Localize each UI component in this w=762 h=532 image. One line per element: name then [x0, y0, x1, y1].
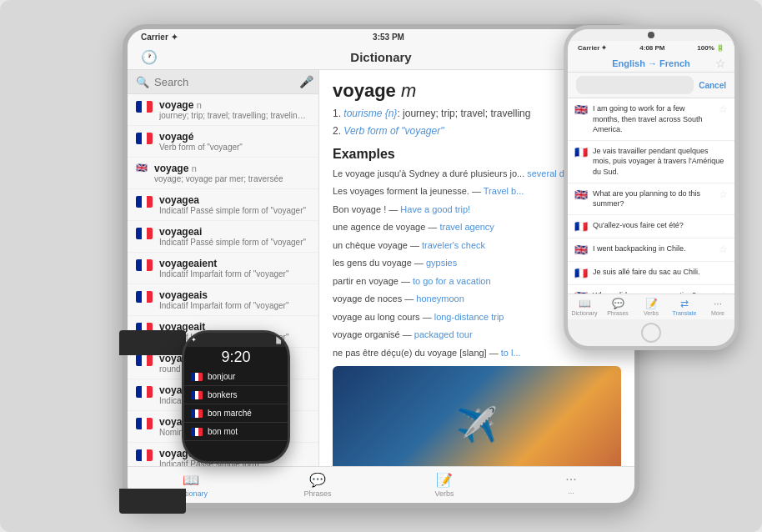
iphone-tab-translate-label: Translate: [673, 310, 697, 316]
watch-item-3[interactable]: bon marché: [184, 404, 288, 423]
word-main-2: voyage n: [154, 163, 310, 174]
iphone-dictionary-icon: 📖: [579, 298, 591, 309]
word-flag-3: [136, 196, 153, 208]
word-main-1: voyagé: [159, 131, 310, 143]
clock-icon[interactable]: 🕐: [141, 49, 158, 65]
word-text-2: voyage n voyage; voyage par mer; travers…: [154, 163, 310, 183]
word-list-item-0[interactable]: voyage n journey; trip; travel; travelli…: [128, 94, 318, 126]
iphone-home-button[interactable]: [641, 323, 661, 343]
conv-flag-2: 🇫🇷: [574, 146, 588, 158]
verbs-icon: 📝: [436, 472, 453, 488]
iphone-search-bar: Cancel: [568, 73, 734, 98]
conv-text-6: Je suis allé faire du sac au Chili.: [593, 267, 728, 278]
conv-text-1: I am going to work for a few months, the…: [593, 103, 714, 135]
word-main-0: voyage n: [159, 99, 310, 111]
more-icon: ···: [565, 472, 576, 487]
conv-star-5[interactable]: ☆: [719, 243, 728, 255]
search-input[interactable]: [154, 76, 294, 88]
conv-item-3[interactable]: 🇬🇧 What are you planning to do this summ…: [568, 183, 734, 215]
search-bar: 🔍 🎤: [128, 70, 318, 94]
word-text-0: voyage n journey; trip; travel; travelli…: [159, 99, 310, 120]
iphone-phrases-icon: 💬: [612, 298, 624, 309]
word-sub-2: voyage; voyage par mer; traversée: [154, 174, 310, 183]
tab-more-label: ···: [568, 489, 574, 497]
conv-item-4[interactable]: 🇫🇷 Qu'allez-vous faire cet été?: [568, 215, 734, 238]
iphone-search-input[interactable]: [576, 76, 694, 94]
iphone-tab-dictionary[interactable]: 📖 Dictionary: [568, 294, 601, 319]
word-list-item-6[interactable]: voyageais Indicatif Imparfait form of "v…: [128, 284, 318, 316]
word-main-3: voyagea: [159, 194, 310, 206]
word-text-1: voyagé Verb form of "voyager": [159, 131, 310, 152]
conv-item-1[interactable]: 🇬🇧 I am going to work for a few months, …: [568, 98, 734, 141]
watch-time: 9:20: [184, 347, 288, 368]
watch-flag-1: [191, 373, 203, 381]
conv-star-3[interactable]: ☆: [719, 188, 728, 200]
word-flag-2: 🇬🇧: [136, 163, 148, 173]
conv-item-2[interactable]: 🇫🇷 Je vais travailler pendant quelques m…: [568, 141, 734, 183]
conv-text-3: What are you planning to do this summer?: [593, 188, 714, 209]
iphone-translate-icon: ⇄: [680, 298, 689, 309]
word-list-item-2[interactable]: 🇬🇧 voyage n voyage; voyage par mer; trav…: [128, 158, 318, 189]
word-flag-1: [136, 133, 153, 144]
word-flag-4: [136, 228, 153, 239]
iphone-tab-verbs[interactable]: 📝 Verbs: [634, 294, 668, 319]
word-list-item-4[interactable]: voyageai Indicatif Passé simple form of …: [128, 221, 318, 253]
iphone-nav-title: English → French: [612, 58, 690, 68]
iphone-conversation-list: 🇬🇧 I am going to work for a few months, …: [568, 98, 734, 294]
watch-carrier: ✦: [191, 336, 197, 344]
word-flag-0: [136, 101, 153, 113]
watch-battery: ▓: [276, 336, 281, 344]
word-list-item-1[interactable]: voyagé Verb form of "voyager": [128, 126, 318, 158]
watch-flag-3: [191, 409, 203, 418]
tab-phrases[interactable]: 💬 Phrases: [254, 467, 381, 503]
conv-item-5[interactable]: 🇬🇧 I went backpacking in Chile. ☆: [568, 238, 734, 262]
iphone-tab-dict-label: Dictionary: [571, 310, 597, 316]
iphone-battery: 100% 🔋: [697, 44, 724, 52]
iphone-tab-translate[interactable]: ⇄ Translate: [668, 294, 701, 319]
word-sub-1: Verb form of "voyager": [159, 143, 310, 152]
iphone-status-bar: Carrier ✦ 4:08 PM 100% 🔋: [568, 41, 734, 55]
conv-flag-5: 🇬🇧: [574, 243, 588, 256]
conv-item-6[interactable]: 🇫🇷 Je suis allé faire du sac au Chili.: [568, 262, 734, 285]
watch-word-3: bon marché: [208, 409, 252, 418]
watch-flag-4: [191, 428, 203, 436]
word-flag-6: [136, 291, 153, 303]
tab-more[interactable]: ··· ···: [508, 467, 634, 503]
scene: Carrier ✦ 3:53 PM 100% 🕐 Dictionary ♥ 🔍 …: [0, 0, 762, 532]
watch-wrapper: ✦ ▓ 9:20 bonjour bonkers bon marché: [98, 330, 207, 514]
tab-verbs[interactable]: 📝 Verbs: [381, 467, 508, 503]
iphone-tab-phrases[interactable]: 💬 Phrases: [601, 294, 634, 319]
watch-item-4[interactable]: bon mot: [184, 423, 288, 441]
word-sub-5: Indicatif Imparfait form of "voyager": [159, 269, 310, 279]
word-list-item-3[interactable]: voyagea Indicatif Passé simple form of "…: [128, 189, 318, 221]
conv-flag-1: 🇬🇧: [574, 103, 588, 116]
watch-item-1[interactable]: bonjour: [184, 368, 288, 386]
conv-star-1[interactable]: ☆: [719, 103, 728, 115]
conv-item-7[interactable]: 🇬🇧 Where did you go on vacation? ☆: [568, 285, 734, 294]
ipad-nav-bar: 🕐 Dictionary ♥: [128, 45, 634, 70]
iphone-tab-more[interactable]: ··· More: [701, 294, 734, 319]
word-main-4: voyageai: [159, 226, 310, 238]
iphone-tab-bar: 📖 Dictionary 💬 Phrases 📝 Verbs ⇄ Transla…: [568, 294, 734, 319]
word-main-6: voyageais: [159, 289, 310, 301]
iphone-cancel-button[interactable]: Cancel: [699, 81, 726, 90]
camera-dot: [648, 32, 654, 38]
iphone-nav-bar: English → French ☆: [568, 55, 734, 73]
watch-word-1: bonjour: [208, 372, 235, 381]
search-icon: 🔍: [136, 76, 149, 88]
word-sub-6: Indicatif Imparfait form of "voyager": [159, 301, 310, 310]
conv-text-4: Qu'allez-vous faire cet été?: [593, 220, 728, 231]
conv-flag-3: 🇬🇧: [574, 188, 588, 201]
word-list-item-5[interactable]: voyageaient Indicatif Imparfait form of …: [128, 253, 318, 284]
iphone-camera: [568, 29, 734, 41]
mic-icon[interactable]: 🎤: [299, 75, 313, 88]
iphone-time: 4:08 PM: [639, 44, 664, 52]
watch-status-bar: ✦ ▓: [184, 333, 288, 347]
iphone-carrier: Carrier ✦: [578, 44, 607, 52]
tab-verbs-label: Verbs: [434, 489, 454, 498]
word-main-5: voyageaient: [159, 258, 310, 269]
iphone-star-button[interactable]: ☆: [715, 57, 726, 70]
nav-title: Dictionary: [350, 50, 411, 64]
iphone-tab-more-label: More: [711, 310, 724, 316]
watch-item-2[interactable]: bonkers: [184, 386, 288, 404]
